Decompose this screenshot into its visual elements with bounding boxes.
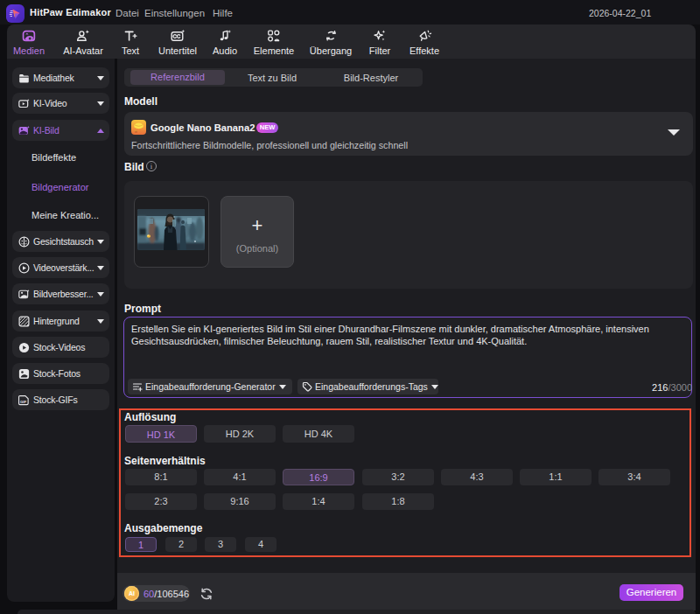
svg-text:GIF: GIF	[20, 399, 27, 403]
